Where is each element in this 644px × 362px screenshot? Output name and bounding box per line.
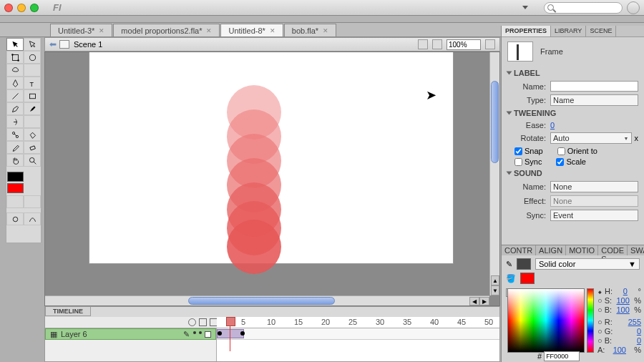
b2-value[interactable]: 0 — [637, 336, 641, 345]
close-icon[interactable]: ✕ — [270, 27, 275, 34]
edit-scene-icon[interactable] — [418, 39, 428, 49]
close-icon[interactable]: ✕ — [99, 27, 104, 34]
tab-align[interactable]: ALIGN — [536, 245, 566, 255]
swap-colors-icon[interactable] — [24, 195, 41, 208]
fill-swatch[interactable] — [520, 273, 535, 284]
hand-tool[interactable] — [6, 154, 24, 167]
scroll-up-icon[interactable]: ▲ — [491, 275, 499, 285]
lock-icon[interactable] — [199, 318, 207, 326]
svg-line-12 — [34, 162, 36, 164]
sound-sync-select[interactable]: Event — [550, 210, 638, 221]
subselection-tool[interactable] — [24, 38, 41, 51]
a-value[interactable]: 100 — [613, 346, 626, 354]
tab-contr[interactable]: CONTR — [502, 245, 536, 255]
text-tool[interactable]: T — [24, 77, 41, 89]
tab-motion[interactable]: MOTIO — [566, 245, 598, 255]
sync-checkbox[interactable] — [514, 158, 522, 166]
vertical-scrollbar[interactable]: ▲ ▼ — [489, 52, 499, 295]
paint-bucket-tool[interactable] — [24, 128, 41, 141]
scroll-down-icon[interactable]: ▼ — [491, 285, 499, 295]
rectangle-tool[interactable] — [24, 89, 41, 102]
stage-area[interactable]: ➤ ◀ ▶ ▲ ▼ — [44, 52, 500, 306]
line-tool[interactable] — [6, 89, 24, 102]
close-icon[interactable]: ✕ — [206, 27, 212, 34]
black-white-icon[interactable] — [6, 195, 24, 208]
ease-value[interactable]: 0 — [550, 121, 555, 129]
pen-tool[interactable] — [6, 77, 24, 89]
deco-tool[interactable] — [6, 115, 24, 128]
sound-name-select[interactable]: None — [550, 181, 638, 192]
g-value[interactable]: 0 — [637, 327, 641, 336]
tab-library[interactable]: LIBRARY — [551, 26, 586, 36]
tab-scene[interactable]: SCENE — [586, 26, 616, 36]
snap-to-objects-icon[interactable] — [6, 212, 24, 225]
doc-tab-3[interactable]: bob.fla*✕ — [284, 24, 336, 36]
frame-ruler[interactable]: 5 10 15 20 25 30 35 40 45 50 55 — [217, 317, 499, 328]
tab-code[interactable]: CODE S — [598, 245, 628, 255]
scrollbar-thumb[interactable] — [188, 297, 335, 305]
zoom-dropdown-icon[interactable] — [485, 39, 495, 49]
snap-checkbox[interactable] — [514, 147, 522, 155]
label-name-input[interactable] — [550, 81, 638, 92]
current-shape[interactable] — [227, 220, 281, 274]
zoom-input[interactable] — [447, 39, 481, 50]
scroll-left-icon[interactable]: ◀ — [469, 297, 479, 305]
rotate-select[interactable]: Auto▼ — [550, 132, 632, 144]
bone-tool[interactable] — [6, 128, 24, 141]
close-icon[interactable]: ✕ — [323, 27, 328, 34]
lasso-tool[interactable] — [6, 64, 24, 77]
chevron-down-icon[interactable] — [507, 72, 512, 75]
frames-area[interactable] — [217, 328, 499, 361]
b-value[interactable]: 100 — [616, 305, 629, 314]
scale-checkbox[interactable] — [556, 158, 564, 166]
pencil-tool[interactable] — [6, 102, 24, 115]
keyframe[interactable] — [240, 331, 245, 336]
minimize-window-button[interactable] — [17, 4, 26, 12]
back-icon[interactable]: ⬅ — [49, 39, 57, 49]
selection-tool[interactable] — [6, 38, 24, 51]
fill-color-swatch[interactable] — [7, 183, 24, 193]
workspace-dropdown-icon[interactable] — [522, 6, 528, 9]
s-value[interactable]: 100 — [616, 296, 629, 305]
close-window-button[interactable] — [4, 4, 13, 12]
frames-row[interactable] — [217, 328, 499, 340]
keyframe[interactable] — [218, 331, 222, 336]
search-go-button[interactable] — [627, 1, 640, 14]
tab-swatches[interactable]: SWATC — [628, 245, 644, 255]
hue-slider[interactable] — [587, 288, 594, 353]
h-value[interactable]: 0 — [623, 287, 628, 295]
label-type-select[interactable]: Name — [550, 94, 638, 106]
stroke-swatch[interactable] — [517, 258, 531, 270]
zoom-tool[interactable] — [24, 154, 41, 167]
timeline-tab[interactable]: TIMELINE — [45, 306, 91, 316]
scrollbar-thumb[interactable] — [491, 81, 499, 163]
field-label: Name: — [507, 182, 546, 191]
visibility-icon[interactable] — [188, 318, 196, 326]
zoom-window-button[interactable] — [30, 4, 39, 12]
eyedropper-tool[interactable] — [6, 141, 24, 154]
chevron-down-icon[interactable] — [507, 172, 512, 175]
search-input[interactable] — [544, 2, 623, 14]
stroke-color-swatch[interactable] — [7, 172, 24, 182]
layer-row[interactable]: ▦ Layer 6 ✎ — [45, 328, 216, 340]
eraser-tool[interactable] — [24, 141, 41, 154]
doc-tab-2[interactable]: Untitled-8*✕ — [220, 24, 283, 36]
brush-tool[interactable] — [24, 102, 41, 115]
tab-properties[interactable]: PROPERTIES — [502, 26, 551, 36]
3d-rotation-tool[interactable] — [24, 51, 41, 64]
r-value[interactable]: 255 — [628, 318, 641, 326]
edit-symbol-icon[interactable] — [432, 39, 442, 49]
free-transform-tool[interactable] — [6, 51, 24, 64]
horizontal-scrollbar[interactable]: ◀ ▶ — [45, 295, 489, 305]
scroll-right-icon[interactable]: ▶ — [479, 297, 489, 305]
stage-canvas[interactable] — [89, 52, 453, 263]
hex-input[interactable] — [544, 351, 580, 361]
doc-tab-0[interactable]: Untitled-3*✕ — [50, 24, 112, 36]
chevron-down-icon[interactable] — [507, 112, 512, 115]
doc-tab-1[interactable]: model proportions2.fla*✕ — [113, 24, 220, 36]
playhead[interactable] — [230, 317, 230, 351]
smooth-icon[interactable] — [24, 212, 41, 225]
orient-checkbox[interactable] — [557, 147, 565, 155]
color-spectrum[interactable] — [507, 288, 585, 353]
color-type-select[interactable]: Solid color▼ — [535, 258, 640, 270]
